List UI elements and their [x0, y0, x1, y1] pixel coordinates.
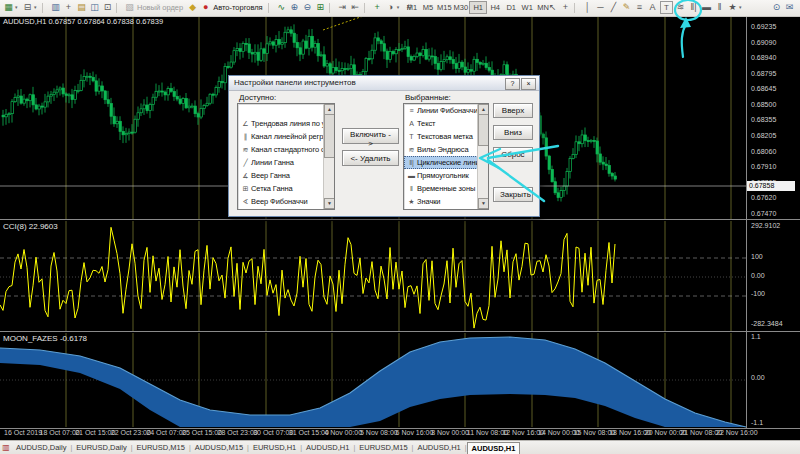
chart-tab-audusd-h1[interactable]: AUDUSD,H1	[413, 442, 464, 454]
fibo-timezones-icon[interactable]: ‖	[713, 0, 726, 15]
list-item-linear-regression-channel[interactable]: ∥Канал линейной регрессии	[238, 130, 324, 143]
list-item-text-label[interactable]: TТекстовая метка	[404, 130, 478, 143]
axis-label: -100	[751, 290, 765, 297]
horizontal-line-icon[interactable]: ─	[594, 0, 607, 15]
list-item-arrows[interactable]: ★Значки	[404, 195, 478, 208]
data-window-icon[interactable]: +	[62, 0, 75, 15]
include-button[interactable]: Включить ->	[342, 128, 399, 144]
list-item-fibo-lines[interactable]: ≡Линии Фибоначчи	[404, 104, 478, 117]
list-item-empty-row[interactable]	[238, 104, 324, 117]
navigator-icon[interactable]: ▤	[75, 0, 88, 15]
list-item-fibo-fan[interactable]: ∢Веер Фибоначчи	[238, 195, 324, 208]
text-icon[interactable]: A	[646, 0, 659, 15]
list-item-cyclic-lines[interactable]: ‖|Циклические линии	[404, 156, 478, 169]
list-item-std-deviation-channel[interactable]: ≋Канал стандартного откл...	[238, 143, 324, 156]
text-label-icon[interactable]: T	[660, 1, 673, 14]
profiles-icon[interactable]: ⊟	[21, 0, 34, 15]
arrows-icon[interactable]: ★	[726, 0, 739, 15]
zoom-in-icon[interactable]: ⊕	[288, 0, 301, 15]
chart-tab-eurusd-m15[interactable]: EURUSD,M15	[355, 442, 411, 454]
new-order-label[interactable]: Новый ордер	[136, 0, 186, 15]
dialog-help-button[interactable]: ?	[505, 78, 520, 90]
available-list-scrollbar[interactable]: ▲ ▼	[323, 104, 334, 209]
move-up-button[interactable]: Вверх	[493, 103, 533, 118]
period-icon[interactable]: ◑	[384, 0, 397, 15]
rectangle-icon[interactable]: ▬	[700, 0, 713, 15]
chart-tab-audusd-m15[interactable]: AUDUSD,M15	[191, 442, 247, 454]
time-label: 18 Oct 07:00	[40, 429, 80, 436]
new-order-icon[interactable]: ▧	[123, 0, 136, 15]
axis-label: 0.68060	[751, 148, 776, 155]
list-item-andrews-pitchfork[interactable]: ≋Вилы Эндрюса	[404, 143, 478, 156]
zoom-out-icon[interactable]: ⊖	[301, 0, 314, 15]
list-item-rectangle[interactable]: ▬Прямоугольник	[404, 169, 478, 182]
scroll-down-icon[interactable]: ▼	[324, 198, 335, 209]
move-down-button[interactable]: Вниз	[493, 125, 533, 140]
chart-tab-audusd-daily[interactable]: AUDUSD,Daily	[12, 442, 70, 454]
timeframe-m5[interactable]: M5	[420, 1, 436, 14]
search-icon[interactable]: ⊙	[770, 0, 783, 15]
timeframe-h1[interactable]: H1	[469, 1, 487, 14]
list-item-gann-fan[interactable]: ∡Веер Ганна	[238, 169, 324, 182]
strategy-tester-icon[interactable]: ⊡	[101, 0, 114, 15]
scroll-down-icon[interactable]: ▼	[478, 198, 489, 209]
fibo-lines-icon[interactable]: ≡	[633, 0, 646, 15]
list-item-fibo-timezones[interactable]: ‖Временные зоны Фибоначчи	[404, 182, 478, 195]
chart-tab-eurusd-daily[interactable]: EURUSD,Daily	[72, 442, 130, 454]
fibonacci-retracement-icon[interactable]: ✎	[620, 0, 633, 15]
vertical-line-icon[interactable]: │	[581, 0, 594, 15]
arrows-dropdown-icon[interactable]: ▾	[739, 0, 745, 15]
moon-indicator-label: MOON_FAZES -0.6178	[3, 334, 87, 343]
auto-scroll-icon[interactable]: ⇤	[349, 0, 362, 15]
timeframe-m1[interactable]: M1	[404, 1, 420, 14]
reset-button[interactable]: Сброс	[493, 147, 533, 162]
market-watch-icon[interactable]: ▥	[49, 0, 62, 15]
list-item-gann-line[interactable]: ╱Линии Ганна	[238, 156, 324, 169]
scrollbar-thumb[interactable]	[478, 114, 489, 146]
list-item-fibo-arcs[interactable]: ◠Дуги Фибоначчи	[238, 208, 324, 209]
chart-shift-icon[interactable]: ⇥	[336, 0, 349, 15]
timeframe-m15[interactable]: M15	[436, 1, 453, 14]
chat-icon[interactable]: ✉	[783, 0, 796, 15]
autotrading-icon[interactable]: ●	[199, 0, 212, 15]
timeframe-m30[interactable]: M30	[453, 1, 470, 14]
andrews-pitchfork-icon[interactable]: ≋	[674, 0, 687, 15]
fibo-timezones-icon: ‖	[406, 182, 417, 195]
remove-button[interactable]: <- Удалить	[342, 150, 399, 166]
profiles-dropdown-icon[interactable]: ▾	[34, 0, 40, 15]
indicators-icon[interactable]: ∿	[275, 0, 288, 15]
list-item-text[interactable]: AТекст	[404, 117, 478, 130]
chart-list-icon[interactable]: ▥	[0, 441, 12, 454]
trendline-icon[interactable]: ╱	[607, 0, 620, 15]
chart-tab-eurusd-m15[interactable]: EURUSD,M15	[133, 442, 189, 454]
close-button[interactable]: Закрыть	[493, 187, 533, 202]
selected-toolbar-items-list[interactable]: ≡Линии ФибоначчиAТекстTТекстовая метка≋В…	[403, 103, 489, 210]
add-chart-icon[interactable]: +	[371, 0, 384, 15]
chart-tabs-bar: ▥AUDUSD,Daily|EURUSD,Daily|EURUSD,M15|AU…	[0, 440, 800, 454]
crosshair-icon[interactable]: +	[559, 0, 572, 15]
rectangle-label: Прямоугольник	[417, 171, 469, 180]
cci-indicator-label: CCI(8) 22.9603	[3, 222, 58, 231]
chart-tab-audusd-h1[interactable]: AUDUSD,H1	[302, 442, 353, 454]
list-item-trendline-by-angle[interactable]: ∠Трендовая линия по углу	[238, 117, 324, 130]
chart-tab-audusd-h1[interactable]: AUDUSD,H1	[467, 442, 521, 454]
dialog-close-icon[interactable]: ×	[521, 78, 536, 90]
tile-windows-icon[interactable]: ⊞	[314, 0, 327, 15]
timeframe-d1[interactable]: D1	[503, 1, 519, 14]
expert-advisors-icon[interactable]: ◆	[186, 0, 199, 15]
timeframe-w1[interactable]: W1	[519, 1, 535, 14]
scrollbar-thumb[interactable]	[324, 114, 335, 158]
trendline-by-angle-label: Трендовая линия по углу	[251, 119, 324, 128]
timeframe-h4[interactable]: H4	[487, 1, 503, 14]
new-chart-icon[interactable]: ▦	[2, 0, 15, 15]
dialog-title-bar[interactable]: Настройки панели инструментов ? ×	[229, 76, 539, 91]
cyclic-lines-icon[interactable]: ‖|	[687, 0, 700, 15]
cursor-icon[interactable]: ↖	[546, 0, 559, 15]
chart-tab-eurusd-h1[interactable]: EURUSD,H1	[249, 442, 300, 454]
terminal-icon[interactable]: ◫	[88, 0, 101, 15]
axis-label: -282.3484	[751, 320, 783, 327]
available-toolbar-items-list[interactable]: ∠Трендовая линия по углу∥Канал линейной …	[237, 103, 335, 210]
autotrading-label[interactable]: Авто-торговля	[212, 0, 266, 15]
list-item-gann-grid[interactable]: ⊞Сетка Ганна	[238, 182, 324, 195]
selected-list-scrollbar[interactable]: ▲ ▼	[477, 104, 488, 209]
